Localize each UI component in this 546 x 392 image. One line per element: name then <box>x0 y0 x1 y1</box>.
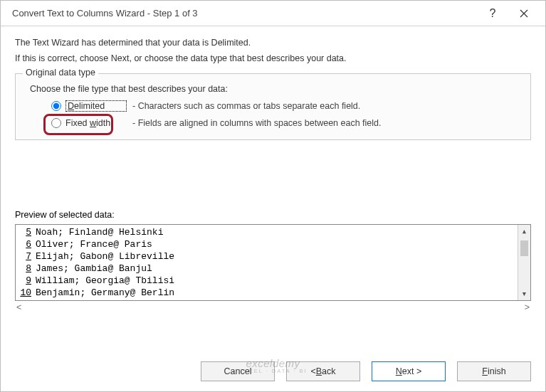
radio-delimited-label: Delimited <box>65 100 127 112</box>
preview-label: Preview of selected data: <box>15 210 545 220</box>
intro-text-1: The Text Wizard has determined that your… <box>15 38 531 48</box>
back-button[interactable]: < Back <box>286 361 360 381</box>
finish-button[interactable]: Finish <box>457 361 531 381</box>
preview-row: 7Elijah; Gabon@ Libreville <box>16 250 516 263</box>
help-icon: ? <box>490 7 496 20</box>
radio-fixed-width[interactable]: Fixed width - Fields are aligned in colu… <box>51 115 519 131</box>
radio-fixed-width-input[interactable] <box>51 118 61 128</box>
preview-content: 5Noah; Finland@ Helsinki 6Oliver; France… <box>16 225 516 300</box>
scroll-thumb[interactable] <box>520 240 528 256</box>
radio-fixed-width-desc: - Fields are aligned in columns with spa… <box>132 118 382 128</box>
window-title: Convert Text to Columns Wizard - Step 1 … <box>12 8 477 18</box>
preview-row: 6Oliver; France@ Paris <box>16 238 516 250</box>
scroll-up-icon[interactable]: ▴ <box>518 225 530 238</box>
scroll-left-icon[interactable]: < <box>16 302 21 312</box>
group-instruction: Choose the file type that best describes… <box>30 84 519 94</box>
scroll-down-icon[interactable]: ▾ <box>518 287 530 300</box>
radio-fixed-width-label: Fixed width <box>65 118 127 128</box>
preview-row: 5Noah; Finland@ Helsinki <box>16 226 516 238</box>
radio-delimited-desc: - Characters such as commas or tabs sepa… <box>132 101 360 111</box>
cancel-button[interactable]: Cancel <box>201 361 275 381</box>
preview-vertical-scrollbar[interactable]: ▴ ▾ <box>518 225 530 300</box>
button-row: Cancel < Back Next > Finish <box>201 361 531 381</box>
dialog-body: The Text Wizard has determined that your… <box>1 26 545 146</box>
preview-row: 10Benjamin; Germany@ Berlin <box>16 287 516 299</box>
preview-horizontal-scrollbar[interactable]: < > <box>15 302 531 315</box>
preview-row: 9William; Georgia@ Tbilisi <box>16 275 516 287</box>
radio-delimited[interactable]: Delimited - Characters such as commas or… <box>51 98 519 114</box>
close-button[interactable] <box>508 4 540 23</box>
next-button[interactable]: Next > <box>372 361 446 381</box>
close-icon <box>520 9 528 18</box>
radio-delimited-input[interactable] <box>51 101 61 111</box>
group-legend: Original data type <box>23 68 98 78</box>
preview-row: 8James; Gambia@ Banjul <box>16 263 516 275</box>
preview-box: 5Noah; Finland@ Helsinki 6Oliver; France… <box>15 224 531 301</box>
help-button[interactable]: ? <box>477 4 508 23</box>
titlebar: Convert Text to Columns Wizard - Step 1 … <box>1 1 545 26</box>
intro-text-2: If this is correct, choose Next, or choo… <box>15 53 531 63</box>
scroll-right-icon[interactable]: > <box>525 302 530 312</box>
original-data-type-group: Original data type Choose the file type … <box>15 73 531 140</box>
